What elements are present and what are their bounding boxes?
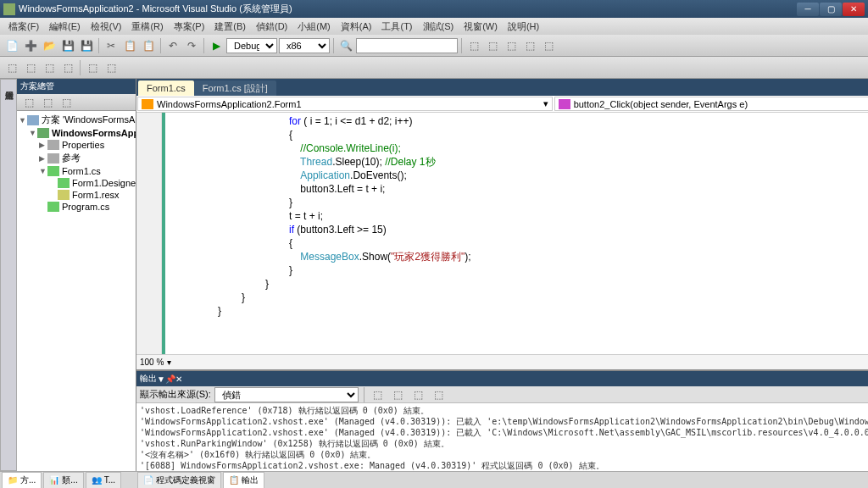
code-editor[interactable]: for ( i = 1; i <= d1 + d2; i++) { //Cons… [136,113,868,354]
nav-fwd-icon[interactable]: ⬚ [22,59,39,76]
document-tabs: Form1.csForm1.cs [設計] ▼ ✕ [136,79,868,96]
save-all-icon[interactable]: 💾 [78,37,95,54]
btab-team[interactable]: 👥 T... [86,472,121,489]
out-wrap-icon[interactable]: ⬚ [431,386,448,403]
ext1-icon[interactable]: ⬚ [465,37,482,54]
minimize-button[interactable]: ─ [797,3,819,16]
paste-icon[interactable]: 📋 [140,37,157,54]
window-title: WindowsFormsApplication2 - Microsoft Vis… [19,3,797,15]
out-dropdown-icon[interactable]: ▼ [157,374,165,384]
uncomment-icon[interactable]: ⬚ [103,59,120,76]
sln-prop-icon[interactable]: ⬚ [20,94,37,111]
output-text[interactable]: 'vshost.LoadReference' (0x718) 執行緒以返回碼 0… [136,403,868,471]
menu-item[interactable]: 偵錯(D) [251,19,292,35]
find-icon[interactable]: 🔍 [337,37,354,54]
btab-solution[interactable]: 📁 方... [2,472,42,489]
maximize-button[interactable]: ▢ [820,3,842,16]
menu-item[interactable]: 專案(P) [169,19,210,35]
close-button[interactable]: ✕ [843,3,865,16]
btab-class[interactable]: 📊 類... [43,472,83,489]
output-toolbar: 顯示輸出來源(S): 偵錯 ⬚ ⬚ ⬚ ⬚ [136,386,868,403]
output-source-label: 顯示輸出來源(S): [140,388,211,401]
ext2-icon[interactable]: ⬚ [484,37,501,54]
nav-back-icon[interactable]: ⬚ [3,59,20,76]
ext5-icon[interactable]: ⬚ [540,37,557,54]
zoom-bar: 100 % ▾ [136,354,868,369]
comment-icon[interactable]: ⬚ [84,59,101,76]
undo-icon[interactable]: ↶ [164,37,181,54]
menu-item[interactable]: 檔案(F) [3,19,44,35]
code-content[interactable]: for ( i = 1; i <= d1 + d2; i++) { //Cons… [165,113,868,354]
menu-bar: 檔案(F)編輯(E)檢視(V)重構(R)專案(P)建置(B)偵錯(D)小組(M)… [0,18,868,35]
platform-combo[interactable]: x86 [279,38,330,53]
window-titlebar: WindowsFormsApplication2 - Microsoft Vis… [0,0,868,18]
open-icon[interactable]: 📂 [41,37,58,54]
menu-item[interactable]: 建置(B) [209,19,251,35]
document-tab[interactable]: Form1.cs [138,80,194,96]
out-find-icon[interactable]: ⬚ [370,386,387,403]
output-header: 輸出 ▼ 📌 ✕ [136,371,868,386]
code-nav-bar: WindowsFormsApplication2.Form1▾ button2_… [136,96,868,113]
menu-item[interactable]: 視窗(W) [459,19,503,35]
output-source-combo[interactable]: 偵錯 [214,387,359,402]
out-clear-icon[interactable]: ⬚ [410,386,427,403]
bm-icon[interactable]: ⬚ [41,59,58,76]
menu-item[interactable]: 檢視(V) [86,19,127,35]
sln-refresh-icon[interactable]: ⬚ [58,94,75,111]
btab-output[interactable]: 📋 輸出 [223,472,264,489]
menu-item[interactable]: 說明(H) [503,19,544,35]
solution-explorer-title: 方案總管 [20,80,54,92]
zoom-level[interactable]: 100 % [140,358,164,367]
cut-icon[interactable]: ✂ [103,37,120,54]
menu-item[interactable]: 測試(S) [418,19,459,35]
menu-item[interactable]: 資料(A) [336,19,377,35]
zoom-dropdown-icon[interactable]: ▾ [167,358,171,367]
menu-item[interactable]: 重構(R) [126,19,168,35]
out-close-icon[interactable]: ✕ [175,374,182,384]
menu-item[interactable]: 工具(T) [376,19,417,35]
save-icon[interactable]: 💾 [59,37,76,54]
copy-icon[interactable]: 📋 [121,37,138,54]
ext4-icon[interactable]: ⬚ [521,37,538,54]
redo-icon[interactable]: ↷ [183,37,200,54]
out-goto-icon[interactable]: ⬚ [390,386,407,403]
server-explorer-tab[interactable]: 伺服器總管 [0,79,17,471]
member-combo[interactable]: button2_Click(object sender, EventArgs e… [554,97,868,111]
bottom-tab-wells: 📁 方... 📊 類... 👥 T... 📄 程式碼定義視窗 📋 輸出 [0,471,868,488]
btab-codedef[interactable]: 📄 程式碼定義視窗 [137,472,221,489]
start-icon[interactable]: ▶ [208,37,225,54]
toolbar-2: ⬚ ⬚ ⬚ ⬚ ⬚ ⬚ [0,57,868,79]
out-pin-icon[interactable]: 📌 [165,374,175,384]
menu-item[interactable]: 小組(M) [292,19,336,35]
menu-item[interactable]: 編輯(E) [44,19,86,35]
class-combo[interactable]: WindowsFormsApplication2.Form1▾ [137,97,553,111]
output-title: 輸出 [140,373,157,385]
bm2-icon[interactable]: ⬚ [59,59,76,76]
document-tab[interactable]: Form1.cs [設計] [194,80,276,96]
ext3-icon[interactable]: ⬚ [503,37,520,54]
new-project-icon[interactable]: 📄 [3,37,20,54]
sln-show-icon[interactable]: ⬚ [39,94,56,111]
app-icon [3,3,15,15]
editor-gutter [136,113,162,354]
find-input[interactable] [356,38,458,53]
config-combo[interactable]: Debug [226,38,277,53]
add-item-icon[interactable]: ➕ [22,37,39,54]
toolbar-1: 📄 ➕ 📂 💾 💾 ✂ 📋 📋 ↶ ↷ ▶ Debug x86 🔍 ⬚ ⬚ ⬚ … [0,35,868,57]
